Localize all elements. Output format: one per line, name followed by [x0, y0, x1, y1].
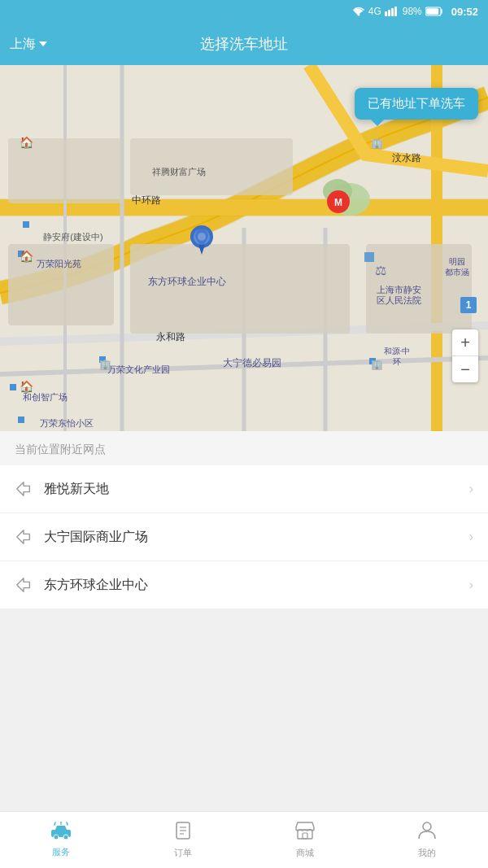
map-tooltip[interactable]: 已有地址下单洗车: [355, 88, 478, 120]
nav-label-service: 服务: [52, 846, 70, 858]
svg-rect-16: [130, 244, 350, 334]
status-time: 09:52: [451, 6, 478, 18]
zoom-out-button[interactable]: −: [452, 356, 478, 382]
battery-icon: [425, 7, 443, 16]
svg-rect-24: [364, 252, 374, 262]
svg-text:🏢: 🏢: [371, 137, 383, 149]
svg-rect-39: [10, 384, 16, 390]
nav-item-shop[interactable]: 商城: [244, 812, 366, 868]
svg-text:M: M: [334, 197, 342, 208]
svg-text:🏠: 🏠: [20, 380, 34, 394]
svg-text:都市涵: 都市涵: [445, 268, 469, 277]
status-bar: 4G 98% 09:52: [0, 0, 488, 23]
location-item-0[interactable]: 雅悦新天地 ›: [0, 465, 488, 513]
nav-item-service[interactable]: 服务: [0, 812, 122, 868]
bottom-nav: 服务 订单 商城 我的: [0, 811, 488, 868]
location-item-2[interactable]: 东方环球企业中心 ›: [0, 561, 488, 608]
status-icons: 4G 98%: [352, 6, 443, 17]
svg-rect-2: [388, 10, 390, 16]
nav-label-shop: 商城: [296, 847, 314, 859]
svg-point-64: [54, 835, 59, 840]
svg-rect-41: [18, 417, 24, 423]
nav-title: 选择洗车地址: [200, 34, 288, 54]
nav-label-order: 订单: [174, 847, 192, 859]
order-icon: [173, 821, 193, 844]
shop-icon: [294, 821, 316, 844]
location-item-1[interactable]: 大宁国际商业广场 ›: [0, 513, 488, 561]
map-pin: [189, 224, 215, 261]
svg-rect-6: [426, 8, 438, 15]
nav-item-order[interactable]: 订单: [122, 812, 244, 868]
svg-rect-3: [391, 8, 394, 16]
content-wrapper: M 上海市静安 区人民法院 ⚖ 祥腾财富广场 中环路 静安府(建设中) 万荣阳光…: [0, 65, 488, 811]
svg-point-0: [357, 14, 359, 16]
empty-area: [0, 608, 488, 811]
top-nav: 上海 选择洗车地址: [0, 23, 488, 65]
zoom-controls: + −: [452, 329, 478, 382]
navigate-icon-0: [15, 480, 33, 498]
svg-text:🏠: 🏠: [20, 136, 34, 150]
location-section: 当前位置附近网点 雅悦新天地 › 大宁国际商业广场 › 东方: [0, 431, 488, 608]
nav-location[interactable]: 上海: [10, 36, 47, 53]
signal-label: 4G: [368, 6, 381, 17]
navigate-icon-1: [15, 528, 33, 546]
section-header: 当前位置附近网点: [0, 431, 488, 465]
svg-text:🏢: 🏢: [99, 358, 111, 370]
location-arrow-1: ›: [469, 530, 473, 544]
svg-rect-71: [303, 833, 307, 839]
navigate-icon-2: [15, 576, 33, 594]
svg-text:⚖: ⚖: [375, 264, 386, 277]
nav-item-mine[interactable]: 我的: [366, 812, 488, 868]
nav-label-mine: 我的: [418, 847, 436, 859]
location-name-2: 东方环球企业中心: [44, 577, 469, 594]
svg-text:汶水路: 汶水路: [392, 152, 421, 164]
svg-line-61: [54, 822, 55, 825]
location-arrow-2: ›: [469, 578, 473, 592]
map-background: M 上海市静安 区人民法院 ⚖ 祥腾财富广场 中环路 静安府(建设中) 万荣阳光…: [0, 65, 488, 431]
svg-text:万荣文化产业园: 万荣文化产业园: [107, 364, 170, 374]
svg-text:🏠: 🏠: [20, 250, 34, 264]
svg-rect-4: [394, 7, 397, 16]
svg-text:万荣东怡小区: 万荣东怡小区: [40, 418, 94, 428]
location-arrow-0: ›: [469, 482, 473, 496]
svg-rect-30: [23, 221, 29, 228]
svg-text:中环路: 中环路: [132, 194, 161, 206]
svg-text:明园: 明园: [449, 257, 465, 266]
map-area[interactable]: M 上海市静安 区人民法院 ⚖ 祥腾财富广场 中环路 静安府(建设中) 万荣阳光…: [0, 65, 488, 431]
mine-icon: [417, 821, 437, 844]
chevron-down-icon: [39, 41, 47, 46]
svg-text:和创智广场: 和创智广场: [23, 392, 68, 402]
svg-text:静安府(建设中): 静安府(建设中): [43, 232, 102, 242]
svg-text:祥腾财富广场: 祥腾财富广场: [152, 167, 206, 177]
svg-rect-70: [298, 830, 312, 839]
location-list: 雅悦新天地 › 大宁国际商业广场 › 东方环球企业中心 ›: [0, 465, 488, 608]
svg-line-63: [67, 822, 68, 825]
svg-text:永和路: 永和路: [156, 331, 185, 342]
city-name: 上海: [10, 36, 36, 53]
svg-text:上海市静安: 上海市静安: [377, 285, 421, 294]
svg-point-65: [63, 835, 68, 840]
wifi-icon: [352, 7, 365, 16]
svg-text:环: 环: [393, 357, 401, 366]
svg-point-72: [423, 822, 431, 831]
battery-label: 98%: [403, 6, 422, 17]
svg-text:大宁德必易园: 大宁德必易园: [223, 357, 281, 369]
location-name-0: 雅悦新天地: [44, 481, 469, 498]
zoom-in-button[interactable]: +: [452, 329, 478, 355]
svg-text:🏢: 🏢: [371, 358, 383, 370]
svg-text:万荣阳光苑: 万荣阳光苑: [37, 259, 81, 268]
service-icon: [50, 822, 72, 843]
signal-icon: [385, 7, 399, 16]
svg-text:1: 1: [466, 299, 472, 311]
svg-text:和源·中: 和源·中: [384, 347, 411, 355]
location-name-1: 大宁国际商业广场: [44, 529, 469, 546]
svg-text:东方环球企业中心: 东方环球企业中心: [148, 276, 226, 287]
svg-rect-1: [385, 11, 387, 16]
svg-text:区人民法院: 区人民法院: [377, 295, 421, 305]
